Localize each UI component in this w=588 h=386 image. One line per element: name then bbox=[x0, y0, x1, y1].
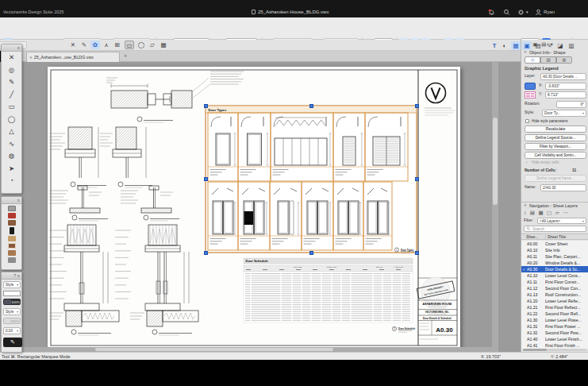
filter-by-viewport-button[interactable]: Filter by Viewport... bbox=[525, 143, 586, 150]
hide-style-checkbox[interactable] bbox=[525, 119, 529, 123]
tool-flyover[interactable]: ➤ bbox=[2, 163, 21, 176]
sheet-layer-row[interactable]: A1.31 First Floor Power ... bbox=[521, 323, 588, 330]
rotation-field[interactable]: 0° bbox=[556, 101, 586, 108]
tab-data[interactable]: ▤ bbox=[540, 56, 556, 64]
tool-sphere[interactable]: ◍ bbox=[2, 150, 21, 163]
settings-gear-icon[interactable] bbox=[517, 9, 525, 16]
sheet-layer-row[interactable]: A1.12 Second Floor Con... bbox=[521, 285, 588, 291]
help-icon[interactable]: ? bbox=[13, 273, 16, 278]
text-style-icon[interactable]: T bbox=[490, 41, 499, 50]
y-field[interactable]: 8.713" bbox=[545, 91, 586, 98]
nav-horizontal-scrollbar[interactable] bbox=[523, 349, 586, 351]
selection-handle[interactable] bbox=[415, 177, 419, 181]
sheet-layer-row[interactable]: A0.10 Site Info bbox=[521, 247, 588, 253]
contrast-icon[interactable]: ◐ bbox=[500, 41, 509, 50]
tool-window[interactable] bbox=[8, 243, 16, 249]
pen-style-dropdown[interactable]: Style▾ bbox=[3, 308, 21, 315]
fill-opacity-slider[interactable]: 100% bbox=[3, 299, 21, 305]
tool-line[interactable]: ╱ bbox=[2, 89, 21, 102]
selection-handle[interactable] bbox=[204, 104, 208, 108]
tool-camera[interactable] bbox=[8, 206, 16, 211]
name-field[interactable]: 2/A0.30 bbox=[540, 184, 586, 191]
annotate-icon[interactable]: ✎ bbox=[544, 41, 554, 50]
new-tab-button[interactable]: + bbox=[124, 53, 127, 59]
detail-view-icon[interactable]: ▥ bbox=[567, 41, 576, 50]
sheet-layer-list[interactable]: A0.00 Cover Sheet A0.10 Site Info A0.11 … bbox=[521, 241, 588, 349]
mode-rect-marquee-icon[interactable]: ▭ bbox=[125, 41, 134, 49]
define-legend-source-button[interactable]: Define Legend Source... bbox=[525, 134, 586, 141]
tab-title[interactable]: 25_Asharoken...use_BLDG.vwx bbox=[34, 55, 94, 60]
door-schedule-table[interactable]: Door Schedule NOM. SIZE DOOR TYPE DETAIL… bbox=[244, 258, 416, 332]
tool-rectangle[interactable]: ▭ bbox=[2, 101, 21, 114]
sheet-layer-row[interactable]: A1.21 First Floor Reflect... bbox=[521, 304, 588, 311]
tab-close-icon[interactable]: ✕ bbox=[29, 56, 33, 60]
viewport-icon[interactable]: ▣ bbox=[522, 41, 532, 50]
pen-mode-button[interactable]: ✎ bbox=[3, 338, 22, 347]
sheet-layer-row[interactable]: A0.00 Cover Sheet bbox=[521, 241, 588, 247]
nav-icon-sheet[interactable]: ▢ bbox=[547, 210, 551, 216]
selection-handle[interactable] bbox=[204, 177, 208, 181]
sheet-page[interactable]: Door Types 1 Door Types Door Schedule NO… bbox=[48, 67, 460, 350]
sheet-layer-row[interactable]: A0.11 Site Plan, Carport... bbox=[521, 253, 588, 260]
panel-close-icon[interactable]: ✕ bbox=[524, 203, 527, 207]
sheet-layer-row[interactable]: ✓ A0.30 Door Details & Sc... bbox=[521, 266, 588, 272]
cell-visibility-button[interactable]: Cell Visibility and Sortin... bbox=[525, 152, 586, 159]
selection-handle[interactable] bbox=[204, 251, 208, 255]
sheet-layer-row[interactable]: A1.11 First Floor Constr... bbox=[521, 279, 588, 285]
sheet-layer-row[interactable]: A1.41 First Floor Finish ... bbox=[521, 342, 588, 349]
tool-pan[interactable]: ◎ bbox=[2, 64, 21, 77]
sheet-layer-row[interactable]: A1.10 Lower Level Cons... bbox=[521, 272, 588, 279]
sheet-layer-row[interactable]: A1.32 Second Floor Pow... bbox=[521, 330, 588, 336]
nav-icon-layers[interactable]: ▤ bbox=[530, 210, 535, 216]
layer-value-dropdown[interactable]: A0.30 [Door Details ... bbox=[540, 73, 586, 80]
user-name[interactable]: Ryan bbox=[544, 10, 555, 14]
tab-render[interactable]: ◍ bbox=[556, 56, 572, 64]
tool-polyline[interactable]: ∿ bbox=[2, 138, 21, 151]
settings-caret-icon[interactable]: ▾ bbox=[526, 10, 528, 14]
mode-grid-select-icon[interactable]: ⊞ bbox=[113, 41, 122, 49]
tool-selection[interactable]: ✕ bbox=[2, 52, 21, 64]
tool-camera2[interactable] bbox=[8, 257, 16, 263]
nav-scroll-thumb[interactable] bbox=[523, 349, 547, 351]
sheet-layer-row[interactable]: A1.13 Roof Construction... bbox=[521, 291, 588, 298]
palette-menu-icon[interactable]: ≡ bbox=[17, 45, 20, 50]
horizontal-scroll-thumb[interactable] bbox=[95, 348, 333, 351]
sheet-layer-row[interactable]: A1.30 Lower Level Powe... bbox=[521, 317, 588, 323]
image-icon[interactable]: ▤ bbox=[533, 41, 543, 50]
sheet-layer-row[interactable]: A0.20 Window Details &... bbox=[521, 260, 588, 266]
document-tab[interactable]: ✕ 25_Asharoken...use_BLDG.vwx bbox=[26, 52, 120, 62]
sheet-layer-row[interactable]: A1.20 Lower Level Refle... bbox=[521, 298, 588, 304]
mode-poly-lasso-icon[interactable]: ▱ bbox=[148, 41, 157, 49]
mode-flower-icon[interactable]: ✿ bbox=[90, 41, 100, 49]
drawing-canvas[interactable]: Door Types 1 Door Types Door Schedule NO… bbox=[0, 62, 521, 352]
tool-polygon[interactable]: △ bbox=[2, 125, 21, 138]
search-icon[interactable] bbox=[503, 9, 510, 16]
vertical-scrollbar[interactable] bbox=[492, 62, 498, 347]
layers-view-icon[interactable]: ▦ bbox=[511, 41, 521, 50]
x-field[interactable]: -3.833" bbox=[545, 83, 586, 90]
mode-pen-icon[interactable]: ✎ bbox=[79, 41, 89, 49]
hide-style-label[interactable]: Hide style parameters bbox=[532, 119, 568, 123]
position-box-icon[interactable] bbox=[525, 83, 536, 90]
selection-handle[interactable] bbox=[309, 251, 313, 255]
notification-bell-icon[interactable] bbox=[488, 9, 495, 16]
tool-rotate[interactable]: ◔ bbox=[2, 175, 21, 187]
sheet-layer-row[interactable]: A1.40 Lower Level Finish... bbox=[521, 336, 588, 342]
tool-slab[interactable] bbox=[8, 236, 16, 241]
tool-pen[interactable]: ✎ bbox=[2, 76, 21, 89]
style-dropdown[interactable]: Door Ty...▾ bbox=[542, 110, 586, 117]
palette-menu-icon[interactable]: ≡ bbox=[17, 198, 20, 203]
fill-color-swatch[interactable] bbox=[3, 291, 21, 296]
line-weight-dropdown[interactable]: 0.00▾ bbox=[3, 327, 21, 334]
tab-shape[interactable]: ◇ bbox=[525, 56, 540, 64]
nav-icon-sort[interactable]: ↕ bbox=[524, 210, 526, 216]
fill-style-dropdown[interactable]: Style▾ bbox=[3, 281, 21, 288]
door-types-legend[interactable] bbox=[206, 106, 417, 253]
sheet-layer-row[interactable]: A1.22 Second Floor Refl... bbox=[521, 311, 588, 317]
selection-handle[interactable] bbox=[309, 104, 313, 108]
grid-mode-icon[interactable] bbox=[525, 91, 536, 98]
search-input[interactable]: Search bbox=[524, 226, 586, 232]
mode-figure-icon[interactable]: ⋏ bbox=[102, 41, 111, 49]
nav-icon-more[interactable]: ⋯ bbox=[563, 210, 568, 216]
recalculate-button[interactable]: Recalculate bbox=[525, 125, 586, 133]
